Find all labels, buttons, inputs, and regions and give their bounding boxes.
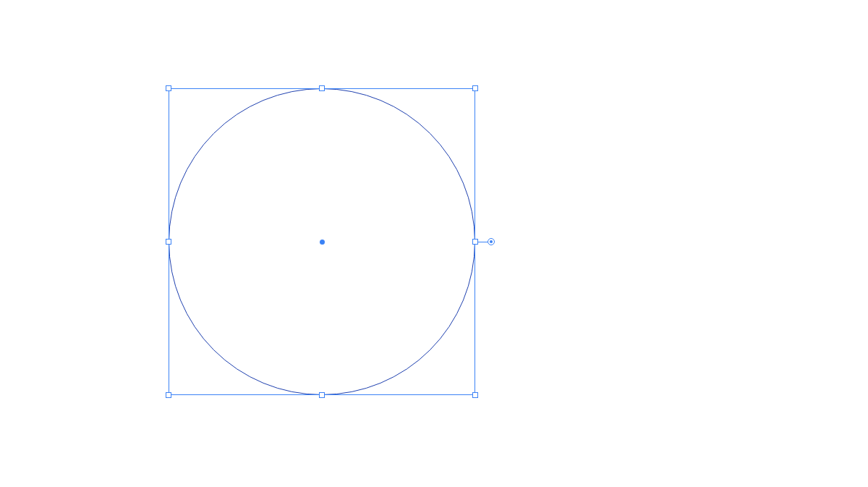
rotation-handle[interactable]	[488, 238, 495, 245]
resize-handle-bottom-center[interactable]	[319, 392, 325, 398]
resize-handle-middle-right[interactable]	[472, 239, 478, 245]
selection-center-icon	[320, 240, 325, 245]
resize-handle-middle-left[interactable]	[166, 239, 171, 245]
resize-handle-bottom-left[interactable]	[166, 392, 171, 398]
design-canvas[interactable]	[0, 0, 868, 487]
resize-handle-top-left[interactable]	[166, 85, 171, 91]
resize-handle-top-right[interactable]	[472, 85, 478, 91]
resize-handle-bottom-right[interactable]	[472, 392, 478, 398]
resize-handle-top-center[interactable]	[319, 85, 325, 91]
